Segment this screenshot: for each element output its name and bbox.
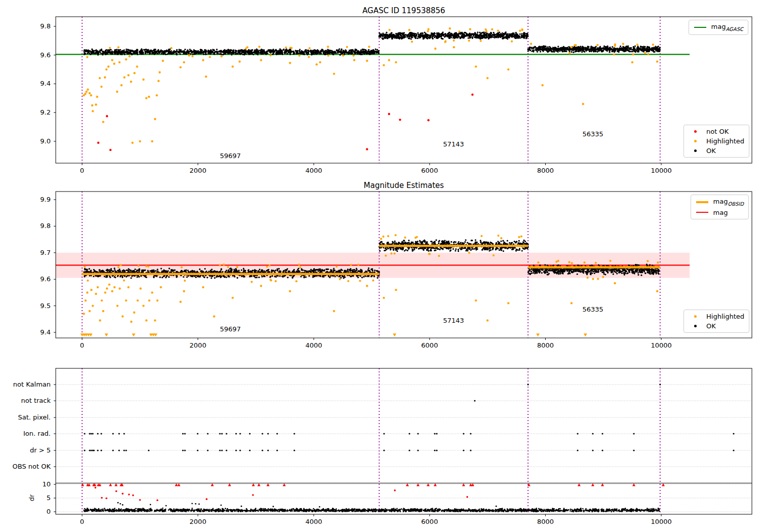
legend-label: Highlighted (706, 313, 744, 320)
dr-clipped-marker (462, 483, 465, 486)
dr-clipped-marker (211, 483, 214, 486)
y-tick-label: 9.7 (24, 249, 51, 256)
dr-clipped-marker (175, 483, 178, 486)
x-tick-label: 2000 (183, 341, 213, 349)
chart1-title: AGASC ID 119538856 (56, 6, 752, 15)
dr-tick-label: 5 (20, 494, 51, 502)
chart2-title: Magnitude Estimates (56, 181, 752, 190)
legend-label: OK (706, 147, 716, 155)
clipped-low-marker (132, 333, 135, 336)
x-tick-label: 2000 (183, 518, 213, 525)
legend-mag-agasc: magAGASC (689, 20, 748, 35)
obsid-label: 56335 (578, 130, 608, 138)
dr-clipped-marker (632, 483, 635, 486)
y-tick-label: 9.6 (24, 51, 51, 59)
legend-label: magAGASC (711, 23, 743, 32)
clipped-low-marker (105, 333, 108, 336)
x-tick-label: 8000 (530, 341, 560, 349)
legend-item: not OK (689, 128, 744, 135)
y-tick-label: 9.8 (24, 22, 51, 30)
legend-item: magAGASC (694, 23, 743, 32)
row-label: OBS not OK (0, 463, 51, 470)
dr-tick-label: 10 (20, 480, 51, 488)
legend-dot-ok (689, 148, 702, 154)
legend-chart1-points: not OKHighlightedOK (683, 125, 749, 158)
legend-label: OK (706, 322, 716, 330)
x-tick-label: 4000 (298, 518, 329, 525)
dr-tick-label: 0 (20, 508, 51, 515)
row-label: not Kalman (0, 381, 51, 388)
legend-item: Highlighted (689, 137, 744, 145)
legend-item: OK (689, 322, 744, 330)
legend-mag-lines: magOBSIDmag (691, 195, 749, 219)
dr-clipped-marker (257, 483, 260, 486)
dr-clipped-marker (252, 483, 255, 486)
obsid-label: 59697 (215, 152, 246, 160)
dr-clipped-marker (115, 483, 118, 486)
dr-clipped-marker (427, 483, 430, 486)
legend-dot-highlighted (689, 138, 702, 144)
legend-item: Highlighted (689, 313, 744, 320)
dr-clipped-marker (591, 483, 594, 486)
x-tick-label: 10000 (646, 518, 676, 525)
dr-clipped-marker (406, 483, 409, 486)
x-tick-label: 0 (67, 167, 97, 174)
x-tick-label: 4000 (298, 167, 329, 174)
x-tick-label: 0 (67, 341, 97, 349)
legend-dot-highlighted (689, 314, 702, 320)
x-tick-label: 6000 (414, 167, 445, 174)
dr-clipped-marker (283, 483, 286, 486)
dr-clipped-marker (601, 483, 604, 486)
legend-line-mag_agasc (694, 24, 707, 30)
row-label: dr > 5 (0, 446, 51, 454)
clipped-low-marker (154, 333, 158, 336)
legend-item: OK (689, 147, 744, 155)
dr-clipped-marker (471, 483, 474, 486)
legend-label: magOBSID (713, 198, 744, 207)
y-tick-label: 9.2 (24, 108, 51, 116)
legend-label: not OK (706, 128, 729, 135)
row-label: not track (0, 397, 51, 404)
x-tick-label: 6000 (414, 341, 445, 349)
clipped-low-marker (89, 333, 93, 336)
legend-label: mag (713, 209, 728, 216)
obsid-label: 59697 (215, 325, 246, 333)
x-tick-label: 8000 (530, 167, 560, 174)
dr-clipped-marker (434, 483, 437, 486)
x-tick-label: 10000 (646, 341, 676, 349)
dr-clipped-marker (416, 483, 420, 486)
legend-dot-not_ok (689, 129, 702, 135)
y-tick-label: 9.6 (24, 275, 51, 283)
dr-clipped-marker (662, 483, 665, 486)
y-tick-label: 9.0 (24, 137, 51, 145)
chart2-plot-area (56, 192, 690, 338)
legend-line-mag_obsid (696, 199, 709, 205)
clipped-low-marker (584, 333, 587, 336)
row-label: Sat. pixel. (0, 413, 51, 421)
legend-item: magOBSID (696, 198, 744, 207)
x-tick-label: 0 (67, 518, 97, 525)
legend-label: Highlighted (706, 137, 744, 145)
y-tick-label: 9.9 (24, 196, 51, 203)
chart1-plot-area (56, 17, 690, 163)
dr-clipped-marker (578, 483, 581, 486)
dr-clipped-marker (177, 483, 180, 486)
legend-item: mag (696, 209, 744, 216)
dr-clipped-marker (109, 483, 112, 486)
obsid-label: 57143 (438, 140, 469, 148)
dr-axis-label: dr (28, 493, 35, 503)
y-tick-label: 9.4 (24, 328, 51, 336)
y-tick-label: 9.8 (24, 222, 51, 230)
x-tick-label: 10000 (646, 167, 676, 174)
figure: AGASC ID 119538856 Magnitude Estimates 0… (0, 0, 760, 532)
y-tick-label: 9.4 (24, 80, 51, 87)
dr-clipped-marker (267, 483, 270, 486)
obsid-label: 56335 (578, 306, 608, 313)
dr-clipped-marker (81, 483, 84, 486)
x-tick-label: 6000 (414, 518, 445, 525)
x-tick-label: 8000 (530, 518, 560, 525)
dr-clipped-marker (228, 483, 231, 486)
clipped-low-marker (536, 333, 540, 336)
legend-chart2-points: HighlightedOK (683, 310, 749, 333)
clipped-low-marker (393, 333, 396, 336)
